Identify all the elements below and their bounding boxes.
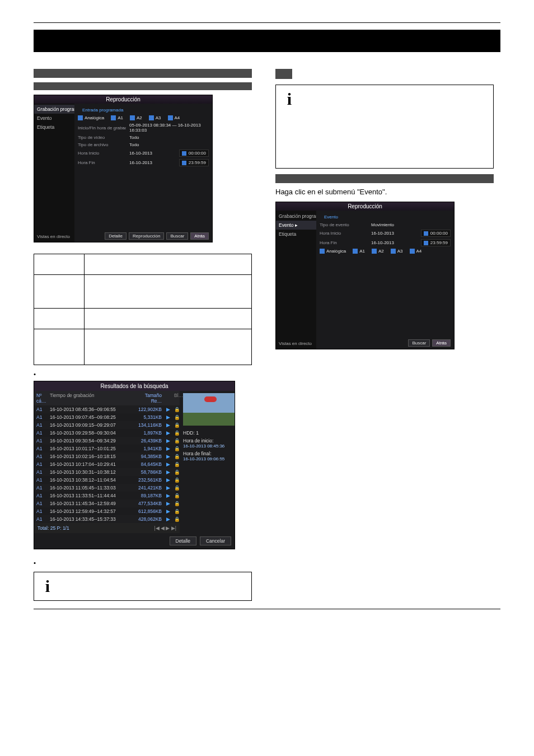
lock-icon[interactable]: 🔒 <box>172 476 180 484</box>
checkbox-icon[interactable] <box>410 249 415 254</box>
table-row[interactable]: A116-10-2013 10:01:17--10:01:251,941KB▶🔒 <box>34 445 180 452</box>
reproduccion-button[interactable]: Reproducción <box>129 232 164 240</box>
sidebar-item-etiqueta[interactable]: Etiqueta <box>34 123 74 132</box>
play-icon[interactable]: ▶ <box>164 429 172 437</box>
step-text: Haga clic en el submenú "Evento". <box>275 188 500 196</box>
sidebar-item-grabacion[interactable]: Grabación programada <box>276 212 316 221</box>
checkbox-icon[interactable] <box>78 115 83 120</box>
detalle-button[interactable]: Detalle <box>105 232 127 240</box>
cell-time: 16-10-2013 08:45:36--09:06:55 <box>48 405 132 413</box>
sidebar-item-evento[interactable]: Evento ▸ <box>276 221 316 230</box>
date-value[interactable]: 16-10-2013 <box>371 231 418 236</box>
play-icon[interactable]: ▶ <box>164 468 172 476</box>
checkbox-icon[interactable] <box>320 249 325 254</box>
table-row[interactable]: A116-10-2013 12:59:49--14:32:57612,856KB… <box>34 507 180 515</box>
table-row[interactable]: A116-10-2013 09:30:54--09:34:2926,439KB▶… <box>34 437 180 445</box>
ss1-link[interactable]: Entrada programada <box>78 106 209 114</box>
sidebar-item-evento[interactable]: Evento <box>34 114 74 123</box>
lock-icon[interactable]: 🔒 <box>172 460 180 468</box>
row-value[interactable]: Movimiento <box>371 222 451 227</box>
table-row[interactable]: A116-10-2013 09:09:15--09:29:07134,116KB… <box>34 421 180 429</box>
atras-button[interactable]: Atrás <box>432 339 451 347</box>
sidebar-item-etiqueta[interactable]: Etiqueta <box>276 230 316 239</box>
play-icon[interactable]: ▶ <box>164 405 172 413</box>
time-input[interactable]: 23:59:59 <box>421 239 451 246</box>
row-value[interactable]: Todo <box>129 135 209 140</box>
cam-a1[interactable]: A1 <box>359 249 365 254</box>
ss2-footer[interactable]: Vistas en directo <box>276 339 316 348</box>
lock-icon[interactable]: 🔒 <box>172 445 180 452</box>
cam-a4[interactable]: A4 <box>175 115 180 120</box>
buscar-button[interactable]: Buscar <box>166 232 188 240</box>
lock-icon[interactable]: 🔒 <box>172 515 180 523</box>
lock-icon[interactable]: 🔒 <box>172 452 180 460</box>
lock-icon[interactable]: 🔒 <box>172 492 180 500</box>
play-icon[interactable]: ▶ <box>164 484 172 492</box>
play-icon[interactable]: ▶ <box>164 476 172 484</box>
cam-a3[interactable]: A3 <box>397 249 403 254</box>
table-row[interactable]: A116-10-2013 10:02:16--10:18:1594,385KB▶… <box>34 452 180 460</box>
table-row[interactable]: A116-10-2013 08:45:36--09:06:55122,902KB… <box>34 405 180 413</box>
time-input[interactable]: 00:00:00 <box>421 230 451 237</box>
lock-icon[interactable]: 🔒 <box>172 507 180 515</box>
col-ch[interactable]: Nº cá… <box>34 391 48 405</box>
play-icon[interactable]: ▶ <box>164 515 172 523</box>
play-icon[interactable]: ▶ <box>164 445 172 452</box>
play-icon[interactable]: ▶ <box>164 421 172 429</box>
col-size[interactable]: Tamaño Re… <box>132 391 164 405</box>
lock-icon[interactable]: 🔒 <box>172 437 180 445</box>
lock-icon[interactable]: 🔒 <box>172 500 180 507</box>
row-value[interactable]: Todo <box>129 142 209 147</box>
checkbox-icon[interactable] <box>130 115 135 120</box>
table-row[interactable]: A116-10-2013 09:29:58--09:30:041,897KB▶🔒 <box>34 429 180 437</box>
table-row[interactable]: A116-10-2013 10:38:12--11:04:54232,561KB… <box>34 476 180 484</box>
table-row[interactable]: A116-10-2013 10:17:04--10:29:4184,645KB▶… <box>34 460 180 468</box>
play-icon[interactable]: ▶ <box>164 452 172 460</box>
lock-icon[interactable]: 🔒 <box>172 484 180 492</box>
buscar-button[interactable]: Buscar <box>408 339 430 347</box>
checkbox-icon[interactable] <box>372 249 377 254</box>
date-value[interactable]: 16-10-2013 <box>129 160 176 165</box>
ss2-link[interactable]: Evento <box>320 213 451 221</box>
cam-a2[interactable]: A2 <box>378 249 384 254</box>
ss1-footer[interactable]: Vistas en directo <box>34 232 74 241</box>
lock-icon[interactable]: 🔒 <box>172 429 180 437</box>
time-input[interactable]: 00:00:00 <box>179 150 209 157</box>
lock-icon[interactable]: 🔒 <box>172 421 180 429</box>
checkbox-icon[interactable] <box>111 115 116 120</box>
cancelar-button[interactable]: Cancelar <box>200 536 231 545</box>
play-icon[interactable]: ▶ <box>164 500 172 507</box>
cam-a2[interactable]: A2 <box>137 115 142 120</box>
camera-group-label: Analógica <box>85 115 104 120</box>
detalle-button[interactable]: Detalle <box>170 536 196 545</box>
lock-icon[interactable]: 🔒 <box>172 413 180 421</box>
date-value[interactable]: 16-10-2013 <box>371 240 418 245</box>
date-value[interactable]: 16-10-2013 <box>129 151 176 156</box>
table-row[interactable]: A116-10-2013 09:07:45--09:08:255,331KB▶🔒 <box>34 413 180 421</box>
cam-a1[interactable]: A1 <box>118 115 123 120</box>
table-row[interactable]: A116-10-2013 14:33:45--15:37:33428,062KB… <box>34 515 180 523</box>
col-time[interactable]: Tiempo de grabación <box>48 391 132 405</box>
sidebar-item-grabacion[interactable]: Grabación programada ▸ <box>34 105 74 114</box>
play-icon[interactable]: ▶ <box>164 460 172 468</box>
table-row[interactable]: A116-10-2013 11:05:45--11:33:03241,421KB… <box>34 484 180 492</box>
checkbox-icon[interactable] <box>149 115 154 120</box>
table-row[interactable]: A116-10-2013 11:33:51--11:44:4489,187KB▶… <box>34 492 180 500</box>
atras-button[interactable]: Atrás <box>190 232 209 240</box>
col-lock[interactable]: Bl… <box>172 391 180 405</box>
play-icon[interactable]: ▶ <box>164 437 172 445</box>
checkbox-icon[interactable] <box>391 249 396 254</box>
time-input[interactable]: 23:59:59 <box>179 159 209 166</box>
play-icon[interactable]: ▶ <box>164 413 172 421</box>
pager-icons[interactable]: |◀ ◀ ▶ ▶| <box>154 525 176 531</box>
table-row[interactable]: A116-10-2013 10:30:31--10:38:1258,786KB▶… <box>34 468 180 476</box>
cam-a3[interactable]: A3 <box>156 115 161 120</box>
checkbox-icon[interactable] <box>168 115 173 120</box>
lock-icon[interactable]: 🔒 <box>172 405 180 413</box>
play-icon[interactable]: ▶ <box>164 507 172 515</box>
checkbox-icon[interactable] <box>353 249 358 254</box>
lock-icon[interactable]: 🔒 <box>172 468 180 476</box>
cam-a4[interactable]: A4 <box>416 249 422 254</box>
table-row[interactable]: A116-10-2013 11:45:34--12:59:49477,534KB… <box>34 500 180 507</box>
play-icon[interactable]: ▶ <box>164 492 172 500</box>
